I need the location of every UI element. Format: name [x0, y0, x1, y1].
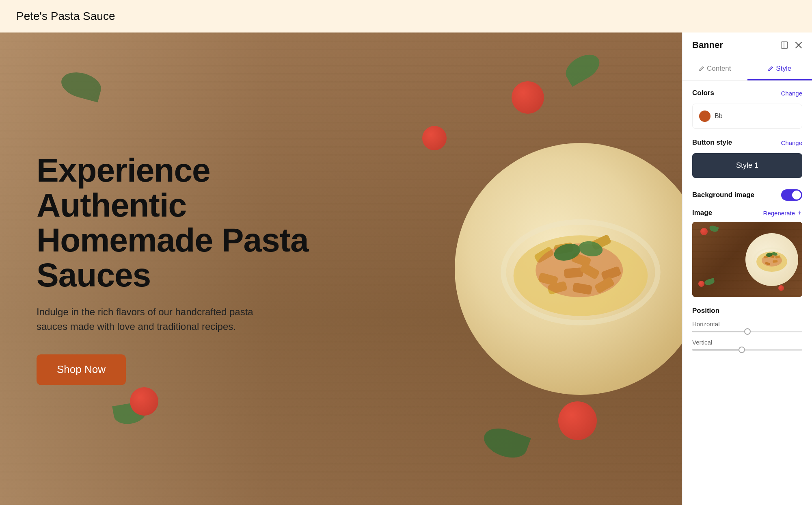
button-style-section: Button style Change Style 1	[692, 139, 802, 178]
banner-content: Experience Authentic Homemade Pasta Sauc…	[37, 153, 313, 385]
preview-plate	[745, 233, 798, 286]
svg-rect-17	[784, 42, 784, 48]
position-label: Position	[692, 307, 802, 315]
horizontal-slider-row: Horizontal	[692, 321, 802, 332]
horizontal-thumb[interactable]	[744, 328, 751, 335]
pencil-icon-style	[768, 66, 773, 72]
pasta-plate-inner	[455, 143, 682, 395]
colors-label: Colors	[692, 89, 714, 97]
bg-image-label: Background image	[692, 191, 754, 199]
svg-point-27	[762, 254, 782, 267]
svg-marker-20	[798, 210, 801, 215]
vertical-label: Vertical	[692, 339, 802, 346]
btn-style-label: Button style	[692, 139, 732, 147]
panel-body: Colors Change Bb Button style Change Sty…	[682, 81, 812, 505]
panel-header-icons	[780, 41, 802, 49]
colors-section-header: Colors Change	[692, 89, 802, 97]
vertical-slider[interactable]	[692, 349, 802, 351]
banner-heading: Experience Authentic Homemade Pasta Sauc…	[37, 153, 313, 293]
site-title: Pete's Pasta Sauce	[16, 10, 115, 23]
panel-tabs: Content Style	[682, 58, 812, 81]
tab-style[interactable]: Style	[747, 58, 812, 80]
pasta-svg	[480, 168, 681, 370]
tomato-1	[512, 81, 544, 114]
close-icon	[795, 41, 802, 49]
panel-header: Banner	[682, 33, 812, 58]
close-button[interactable]	[795, 41, 802, 49]
btn-style-header: Button style Change	[692, 139, 802, 147]
horizontal-fill	[692, 331, 747, 332]
banner-subtext: Indulge in the rich flavors of our handc…	[37, 305, 264, 334]
right-panel: Banner	[682, 33, 812, 505]
color-area: Bb	[692, 104, 802, 129]
btn-style-preview[interactable]: Style 1	[692, 153, 802, 178]
tomato-2	[558, 401, 597, 440]
banner-section: Experience Authentic Homemade Pasta Sauc…	[0, 33, 682, 505]
color-name: Bb	[715, 113, 723, 120]
image-section-header: Image Regenerate	[692, 209, 802, 217]
main-area: Experience Authentic Homemade Pasta Sauc…	[0, 33, 812, 505]
btn-style-change[interactable]: Change	[781, 139, 802, 146]
collapse-icon	[780, 41, 788, 49]
bg-toggle-row: Background image	[692, 189, 802, 201]
color-swatch[interactable]	[699, 111, 710, 122]
header: Pete's Pasta Sauce	[0, 0, 812, 33]
panel-title: Banner	[692, 40, 723, 50]
image-section: Image Regenerate	[692, 209, 802, 297]
vertical-fill	[692, 349, 742, 351]
horizontal-slider[interactable]	[692, 331, 802, 332]
preview-tomato-3	[778, 285, 784, 291]
image-preview[interactable]	[692, 222, 802, 297]
colors-change-btn[interactable]: Change	[781, 90, 802, 97]
preview-tomato-2	[698, 281, 704, 287]
shop-now-button[interactable]: Shop Now	[37, 354, 126, 385]
vertical-thumb[interactable]	[739, 347, 745, 353]
bg-image-section: Background image	[692, 189, 802, 201]
horizontal-label: Horizontal	[692, 321, 802, 327]
tomato-4	[422, 126, 447, 150]
tab-content[interactable]: Content	[682, 58, 747, 80]
vertical-slider-row: Vertical	[692, 339, 802, 351]
regenerate-button[interactable]: Regenerate	[763, 210, 802, 217]
pencil-icon-content	[699, 66, 704, 72]
collapse-button[interactable]	[780, 41, 788, 49]
lightning-icon	[797, 210, 802, 216]
bg-image-toggle[interactable]	[781, 189, 802, 201]
position-section: Position Horizontal Vertical	[692, 307, 802, 351]
preview-tomato-1	[700, 228, 708, 235]
preview-pasta-svg	[752, 239, 792, 280]
image-label: Image	[692, 209, 712, 217]
pasta-plate	[455, 143, 682, 395]
tomato-3	[130, 387, 158, 416]
